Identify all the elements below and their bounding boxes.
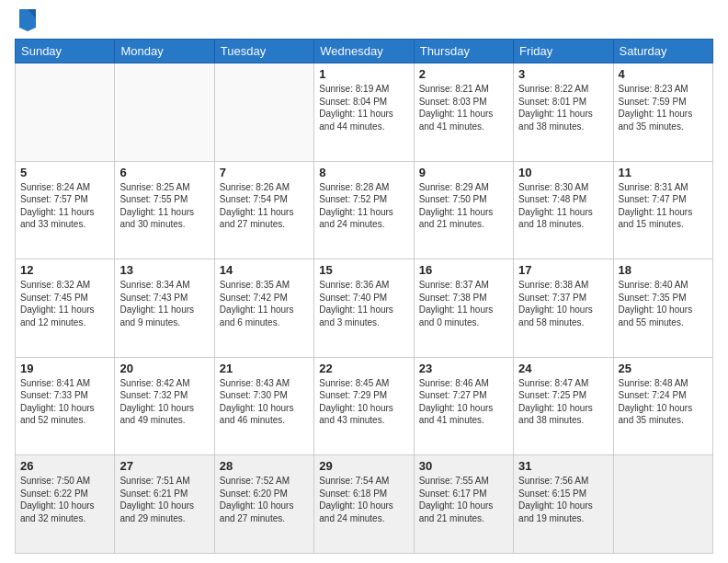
calendar-cell: 26Sunrise: 7:50 AMSunset: 6:22 PMDayligh…	[16, 455, 115, 554]
day-number: 30	[419, 459, 508, 473]
cell-content: Sunrise: 8:46 AMSunset: 7:27 PMDaylight:…	[419, 377, 508, 427]
day-number: 9	[419, 166, 508, 179]
calendar-cell: 3Sunrise: 8:22 AMSunset: 8:01 PMDaylight…	[514, 63, 613, 162]
calendar-cell: 29Sunrise: 7:54 AMSunset: 6:18 PMDayligh…	[314, 455, 414, 554]
day-number: 24	[518, 362, 608, 375]
cell-content: Sunrise: 7:50 AMSunset: 6:22 PMDaylight:…	[20, 475, 109, 524]
calendar-cell: 22Sunrise: 8:45 AMSunset: 7:29 PMDayligh…	[314, 357, 414, 455]
cell-content: Sunrise: 8:36 AMSunset: 7:40 PMDaylight:…	[319, 279, 408, 328]
cell-content: Sunrise: 8:38 AMSunset: 7:37 PMDaylight:…	[518, 279, 608, 328]
cell-content: Sunrise: 8:40 AMSunset: 7:35 PMDaylight:…	[619, 279, 708, 328]
calendar-cell: 4Sunrise: 8:23 AMSunset: 7:59 PMDaylight…	[613, 63, 712, 162]
day-number: 22	[319, 362, 408, 375]
calendar-cell: 7Sunrise: 8:26 AMSunset: 7:54 PMDaylight…	[214, 161, 313, 259]
day-number: 21	[220, 362, 309, 375]
day-number: 28	[220, 459, 309, 473]
calendar-cell: 24Sunrise: 8:47 AMSunset: 7:25 PMDayligh…	[514, 357, 613, 455]
calendar-week-row: 5Sunrise: 8:24 AMSunset: 7:57 PMDaylight…	[16, 161, 713, 259]
cell-content: Sunrise: 8:48 AMSunset: 7:24 PMDaylight:…	[619, 377, 708, 427]
day-number: 4	[619, 67, 708, 81]
calendar-cell: 21Sunrise: 8:43 AMSunset: 7:30 PMDayligh…	[214, 357, 313, 455]
day-number: 10	[518, 166, 608, 179]
logo	[15, 9, 38, 31]
calendar-cell: 11Sunrise: 8:31 AMSunset: 7:47 PMDayligh…	[613, 161, 712, 259]
calendar-header-friday: Friday	[514, 40, 613, 63]
calendar-cell	[214, 63, 313, 162]
day-number: 14	[220, 263, 309, 277]
day-number: 11	[619, 166, 708, 179]
calendar-cell: 25Sunrise: 8:48 AMSunset: 7:24 PMDayligh…	[613, 357, 712, 455]
calendar-cell: 13Sunrise: 8:34 AMSunset: 7:43 PMDayligh…	[115, 259, 214, 358]
calendar-week-row: 12Sunrise: 8:32 AMSunset: 7:45 PMDayligh…	[16, 259, 713, 358]
cell-content: Sunrise: 8:19 AMSunset: 8:04 PMDaylight:…	[319, 83, 408, 132]
day-number: 27	[119, 459, 209, 473]
day-number: 12	[20, 263, 109, 277]
day-number: 5	[20, 166, 109, 179]
logo-icon	[17, 6, 38, 31]
cell-content: Sunrise: 8:21 AMSunset: 8:03 PMDaylight:…	[419, 83, 508, 132]
day-number: 16	[419, 263, 508, 277]
cell-content: Sunrise: 8:28 AMSunset: 7:52 PMDaylight:…	[319, 181, 408, 231]
cell-content: Sunrise: 8:22 AMSunset: 8:01 PMDaylight:…	[518, 83, 608, 132]
day-number: 1	[319, 67, 408, 81]
calendar-cell: 16Sunrise: 8:37 AMSunset: 7:38 PMDayligh…	[414, 259, 513, 358]
day-number: 19	[20, 362, 109, 375]
calendar-header-row: SundayMondayTuesdayWednesdayThursdayFrid…	[16, 40, 713, 63]
day-number: 2	[419, 67, 508, 81]
cell-content: Sunrise: 7:56 AMSunset: 6:15 PMDaylight:…	[518, 475, 608, 524]
day-number: 25	[619, 362, 708, 375]
calendar-cell: 19Sunrise: 8:41 AMSunset: 7:33 PMDayligh…	[16, 357, 115, 455]
calendar-cell: 17Sunrise: 8:38 AMSunset: 7:37 PMDayligh…	[514, 259, 613, 358]
calendar-header-tuesday: Tuesday	[214, 40, 313, 63]
calendar-header-saturday: Saturday	[613, 40, 712, 63]
cell-content: Sunrise: 7:54 AMSunset: 6:18 PMDaylight:…	[319, 475, 408, 524]
day-number: 13	[119, 263, 209, 277]
calendar-cell: 20Sunrise: 8:42 AMSunset: 7:32 PMDayligh…	[115, 357, 214, 455]
calendar-cell: 2Sunrise: 8:21 AMSunset: 8:03 PMDaylight…	[414, 63, 513, 162]
day-number: 3	[518, 67, 608, 81]
calendar-header-monday: Monday	[115, 40, 214, 63]
cell-content: Sunrise: 8:35 AMSunset: 7:42 PMDaylight:…	[220, 279, 309, 328]
day-number: 31	[518, 459, 608, 473]
calendar-cell: 14Sunrise: 8:35 AMSunset: 7:42 PMDayligh…	[214, 259, 313, 358]
day-number: 6	[119, 166, 209, 179]
calendar-week-row: 26Sunrise: 7:50 AMSunset: 6:22 PMDayligh…	[16, 455, 713, 554]
cell-content: Sunrise: 8:41 AMSunset: 7:33 PMDaylight:…	[20, 377, 109, 427]
calendar-cell	[613, 455, 712, 554]
calendar-header-thursday: Thursday	[414, 40, 513, 63]
cell-content: Sunrise: 7:51 AMSunset: 6:21 PMDaylight:…	[119, 475, 209, 524]
calendar-cell: 1Sunrise: 8:19 AMSunset: 8:04 PMDaylight…	[314, 63, 414, 162]
calendar-cell: 10Sunrise: 8:30 AMSunset: 7:48 PMDayligh…	[514, 161, 613, 259]
calendar-cell: 27Sunrise: 7:51 AMSunset: 6:21 PMDayligh…	[115, 455, 214, 554]
cell-content: Sunrise: 8:25 AMSunset: 7:55 PMDaylight:…	[119, 181, 209, 231]
cell-content: Sunrise: 8:24 AMSunset: 7:57 PMDaylight:…	[20, 181, 109, 231]
calendar-cell: 18Sunrise: 8:40 AMSunset: 7:35 PMDayligh…	[613, 259, 712, 358]
calendar-cell: 31Sunrise: 7:56 AMSunset: 6:15 PMDayligh…	[514, 455, 613, 554]
cell-content: Sunrise: 7:55 AMSunset: 6:17 PMDaylight:…	[419, 475, 508, 524]
calendar-cell: 15Sunrise: 8:36 AMSunset: 7:40 PMDayligh…	[314, 259, 414, 358]
day-number: 15	[319, 263, 408, 277]
cell-content: Sunrise: 8:32 AMSunset: 7:45 PMDaylight:…	[20, 279, 109, 328]
cell-content: Sunrise: 8:34 AMSunset: 7:43 PMDaylight:…	[119, 279, 209, 328]
calendar-header-wednesday: Wednesday	[314, 40, 414, 63]
cell-content: Sunrise: 8:43 AMSunset: 7:30 PMDaylight:…	[220, 377, 309, 427]
cell-content: Sunrise: 8:29 AMSunset: 7:50 PMDaylight:…	[419, 181, 508, 231]
day-number: 8	[319, 166, 408, 179]
calendar-cell	[16, 63, 115, 162]
calendar-cell: 8Sunrise: 8:28 AMSunset: 7:52 PMDaylight…	[314, 161, 414, 259]
day-number: 26	[20, 459, 109, 473]
day-number: 20	[119, 362, 209, 375]
calendar-table: SundayMondayTuesdayWednesdayThursdayFrid…	[15, 39, 713, 554]
day-number: 29	[319, 459, 408, 473]
calendar-week-row: 1Sunrise: 8:19 AMSunset: 8:04 PMDaylight…	[16, 63, 713, 162]
day-number: 18	[619, 263, 708, 277]
page: SundayMondayTuesdayWednesdayThursdayFrid…	[0, 0, 728, 563]
calendar-cell: 6Sunrise: 8:25 AMSunset: 7:55 PMDaylight…	[115, 161, 214, 259]
header	[15, 9, 713, 31]
cell-content: Sunrise: 8:45 AMSunset: 7:29 PMDaylight:…	[319, 377, 408, 427]
day-number: 23	[419, 362, 508, 375]
calendar-cell: 23Sunrise: 8:46 AMSunset: 7:27 PMDayligh…	[414, 357, 513, 455]
day-number: 17	[518, 263, 608, 277]
calendar-cell	[115, 63, 214, 162]
cell-content: Sunrise: 8:37 AMSunset: 7:38 PMDaylight:…	[419, 279, 508, 328]
